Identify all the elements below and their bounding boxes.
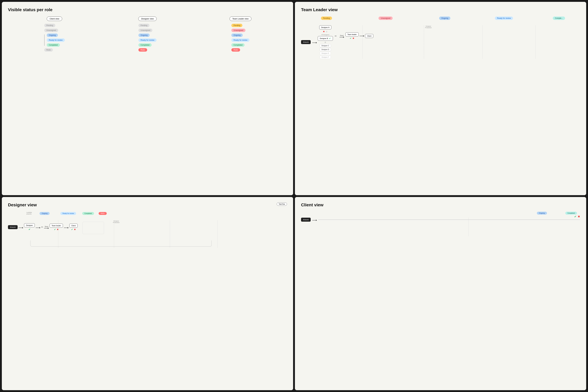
tl-redo: Redo — [231, 48, 240, 52]
client-bracket-group: Ongoing Ready for review Completed — [44, 34, 65, 47]
tl-tl-reject[interactable]: ✖ — [352, 37, 354, 40]
dv-pencil-icon[interactable]: ✏ — [41, 226, 43, 228]
tl-designerF: Designer F — [320, 56, 331, 59]
tl-col-pending: Pending — [321, 16, 332, 20]
designer-ready: Ready for review — [138, 38, 157, 42]
dv-client-node: Client — [69, 224, 78, 228]
tl-arrow-2 — [360, 36, 364, 36]
tl-teamleader-icons: ✔ ✖ — [350, 37, 354, 40]
client-status-list: Pending Unassigned Ongoing Ready for rev… — [44, 24, 65, 52]
tl-designerB-check: ✔ — [329, 37, 331, 40]
tl-teamleader-section: Team leader ✔ ✖ — [345, 32, 359, 40]
tl-col-completed: Comple... — [553, 16, 565, 20]
dv-teamleader-node: Team leader — [50, 224, 63, 228]
tl-client-node: Client — [365, 34, 373, 38]
dv-redo-badge: ReDo — [99, 212, 107, 215]
tl-designerA-node: Designer A — [319, 26, 331, 30]
tl-all-designers-label: All Designers — [321, 34, 329, 36]
tl-column-headers: Pending Unassigned Ongoing Ready for rev… — [301, 16, 580, 20]
tl-arrow-1 — [312, 42, 317, 43]
tl-pencil-icon[interactable]: ✏ — [335, 34, 337, 38]
dv-client-reject[interactable]: ✖ — [74, 228, 76, 231]
dv-tl-check[interactable]: ✔ — [54, 228, 56, 231]
tl-unassigned: Unassigned — [231, 28, 245, 32]
client-ready: Ready for review — [47, 38, 65, 42]
client-ongoing: Ongoing — [47, 34, 58, 37]
tl-client-section: Client — [365, 34, 373, 38]
tl-add-icon[interactable]: ⊕ — [326, 30, 328, 33]
teamleader-status-list: Pending Unassigned Ongoing Ready for rev… — [231, 24, 249, 52]
dv-available-label-col: Availableartworks — [26, 212, 32, 215]
dv-designer-check: ✔ — [29, 228, 31, 231]
tl-pending: Pending — [231, 24, 242, 27]
tl-send-arrow — [339, 37, 344, 37]
dv-redo-badge-col: ReDo — [99, 212, 107, 214]
dv-client-check[interactable]: ✔ — [71, 228, 73, 231]
cv-ongoing-badge: Ongoing — [537, 212, 547, 214]
dv-redo-box — [83, 222, 104, 234]
panel2-title: Team Leader view — [301, 7, 580, 12]
client-redo: Redo — [44, 48, 53, 52]
designer-redo: Redo — [138, 48, 147, 52]
cv-arrow-1 — [312, 220, 317, 220]
client-unassigned: Unassigned — [44, 28, 58, 32]
dv-arrow-2 — [36, 228, 40, 228]
tl-main-flow: Artwork Designer A ✖ ⊕ All Designers Des… — [301, 26, 580, 59]
dv-artwork-node: Artwork — [8, 225, 18, 229]
cv-completed-badge: Completed — [565, 212, 577, 214]
tl-flow-container: DesignerProduction Artwork Designer A ✖ … — [301, 26, 580, 59]
teamleader-view-column: Team Leader view Pending Unassigned Ongo… — [194, 16, 287, 52]
role-columns: Client view Pending Unassigned Ongoing R… — [8, 16, 287, 52]
cv-long-line: ✔ ✖ — [318, 220, 580, 220]
dv-designer-production: DesignerProduction — [112, 220, 121, 223]
teamleader-view-header[interactable]: Team Leader view — [230, 16, 252, 21]
dv-completed-badge: Completed — [82, 212, 94, 215]
dv-redo-area — [80, 220, 104, 234]
panel3-title: Designer view — [8, 202, 287, 208]
dv-arrow-3 — [64, 228, 69, 228]
tl-designerD: Designer D — [320, 48, 331, 51]
panel-client: Client view Ongoing Completed Artwork ✔ … — [295, 197, 586, 390]
dv-pencil-area: ✏ — [41, 226, 43, 228]
panel4-title: Client view — [301, 202, 580, 208]
dv-designer-node: Designer — [24, 223, 35, 227]
cv-check-icon: ✔ — [574, 215, 576, 218]
dv-send-arrow — [44, 228, 49, 228]
tl-designer-section: Designer A ✖ ⊕ All Designers Designer B … — [318, 26, 333, 59]
tl-pencil-area: ✏ — [333, 34, 338, 38]
cv-flow-container: Artwork ✔ ✖ — [301, 218, 580, 236]
designer-view-header[interactable]: Designer view — [138, 16, 157, 21]
dv-available-label: Availableartworks — [26, 212, 32, 215]
tl-designer-controls: ✖ ⊕ — [323, 30, 328, 33]
panel-visible-status: Visible status per role Client view Pend… — [2, 2, 293, 195]
dv-teamleader-section: Team leader ✔ ✖ — [50, 224, 63, 231]
designer-ongoing: Ongoing — [138, 34, 150, 37]
designer-pending: Pending — [138, 24, 150, 27]
designer-status-list: Pending Unassigned Ongoing Ready for rev… — [138, 24, 157, 52]
dv-main-flow: Artwork Designer ✔ ✏ Send Team leader — [8, 220, 287, 234]
dv-ready-badge-col: Ready for review — [60, 212, 76, 214]
tl-send-label: Send — [340, 35, 343, 36]
cv-end-icons: ✔ ✖ — [574, 215, 580, 218]
cv-main-flow: Artwork ✔ ✖ — [301, 218, 580, 222]
client-completed: Completed — [47, 43, 60, 47]
dv-tl-icons: ✔ ✖ — [54, 228, 59, 231]
dv-col-headers: Availableartworks Ongoing Ready for revi… — [26, 212, 287, 215]
tl-designerB-icons: ⚙ — [324, 41, 326, 44]
dv-designer-section: Designer ✔ — [24, 223, 35, 231]
dv-flow-container: DesignerProduction Artwork Designer ✔ ✏ … — [8, 220, 287, 248]
tl-artwork-node: Artwork — [301, 40, 311, 44]
dv-completed-badge-col: Completed — [82, 212, 94, 214]
tl-teamleader-node: Team leader — [345, 32, 359, 36]
tl-settings-icon[interactable]: ⚙ — [324, 41, 326, 44]
dv-redo-curve — [30, 240, 212, 246]
tl-tl-check[interactable]: ✔ — [350, 37, 352, 40]
divider-4 — [535, 26, 535, 59]
dv-client-section: Client ✔ ✖ — [69, 224, 78, 231]
client-view-header[interactable]: Client view — [47, 16, 62, 21]
tl-reject-icon[interactable]: ✖ — [323, 30, 325, 33]
task-flow-button[interactable]: Task flow — [277, 202, 287, 206]
tl-col-ongoing: Ongoing — [439, 16, 450, 20]
tl-send-area: Send — [339, 35, 345, 37]
designer-completed: Completed — [138, 43, 152, 47]
